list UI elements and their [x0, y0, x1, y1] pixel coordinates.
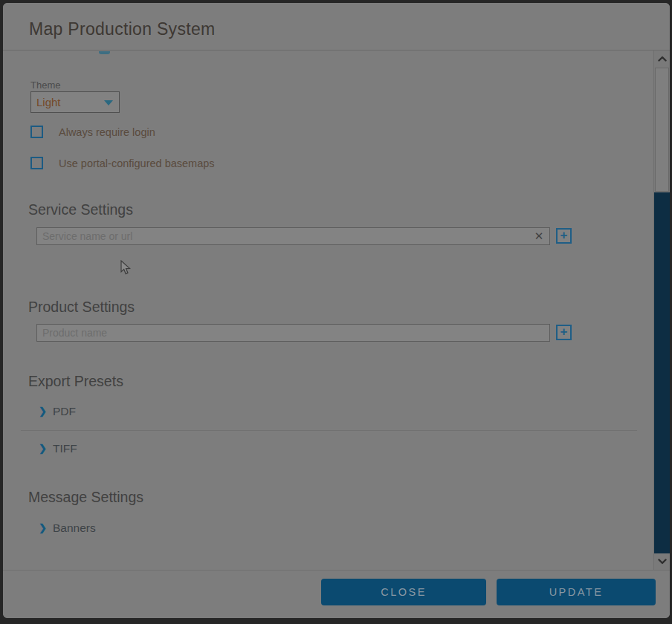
dialog-title: Map Production System: [29, 19, 215, 39]
product-name-input[interactable]: [36, 324, 550, 342]
portal-basemaps-checkbox[interactable]: [30, 157, 43, 169]
expander-label: TIFF: [53, 442, 77, 455]
chevron-down-icon: [104, 100, 113, 105]
export-presets-title: Export Presets: [28, 373, 123, 390]
scrollbar-thumb[interactable]: [655, 68, 669, 192]
settings-scroll-area: Theme Light Always require login Use por…: [3, 51, 670, 570]
mouse-cursor-icon: [120, 260, 132, 276]
vertical-scrollbar[interactable]: [653, 51, 670, 570]
chevron-right-icon: ❯: [39, 522, 47, 533]
preset-divider: [21, 430, 637, 431]
scroll-down-button[interactable]: [654, 553, 670, 570]
close-button[interactable]: CLOSE: [321, 579, 486, 605]
theme-label: Theme: [30, 79, 60, 91]
theme-selected-value: Light: [36, 96, 61, 108]
service-name-input[interactable]: [36, 227, 550, 245]
expander-label: PDF: [53, 405, 76, 418]
message-settings-title: Message Settings: [28, 489, 143, 506]
scrollbar-track[interactable]: [654, 192, 670, 563]
theme-select[interactable]: Light: [30, 91, 120, 113]
dialog-header: Map Production System: [3, 3, 670, 50]
dialog-footer: CLOSE UPDATE: [3, 570, 670, 618]
checkbox-label: Always require login: [59, 126, 155, 138]
add-product-button[interactable]: +: [556, 325, 572, 340]
chevron-right-icon: ❯: [39, 443, 47, 454]
expander-label: Banners: [53, 521, 96, 535]
scroll-down-icon: [658, 559, 667, 565]
chevron-right-icon: ❯: [39, 406, 47, 417]
update-button[interactable]: UPDATE: [497, 579, 656, 605]
scroll-up-button[interactable]: [654, 51, 670, 67]
checkbox-label: Use portal-configured basemaps: [59, 157, 215, 169]
screen: Map Production System Theme Light Always…: [0, 0, 672, 624]
add-service-button[interactable]: +: [556, 228, 572, 244]
clipped-control-edge: [99, 51, 110, 54]
map-production-dialog: Map Production System Theme Light Always…: [3, 3, 670, 618]
product-settings-title: Product Settings: [28, 299, 135, 316]
clear-icon[interactable]: ✕: [532, 230, 546, 243]
always-require-login-checkbox[interactable]: [30, 126, 43, 138]
service-settings-title: Service Settings: [28, 201, 133, 218]
scroll-up-icon: [658, 56, 667, 62]
